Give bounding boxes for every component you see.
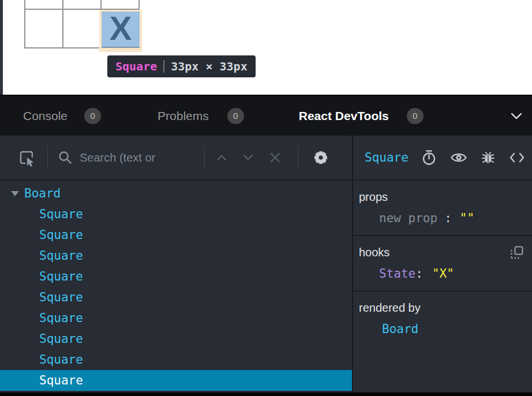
- tree-node-label: Square: [0, 228, 83, 242]
- tree-node-square[interactable]: Square: [0, 204, 352, 225]
- board-cell-highlighted[interactable]: X: [102, 12, 140, 48]
- tree-node-label: Square: [0, 373, 83, 387]
- previous-match-button[interactable]: [215, 154, 228, 162]
- stopwatch-icon: [421, 150, 437, 166]
- tab-problems-badge: 0: [227, 108, 244, 124]
- tree-node-label: Square: [0, 332, 83, 346]
- selected-component-name: Square: [365, 151, 409, 165]
- board-cell[interactable]: [63, 0, 101, 9]
- tree-node-square[interactable]: Square: [0, 225, 352, 245]
- tree-node-label: Square: [0, 353, 83, 367]
- rendered-by-title: rendered by: [359, 301, 421, 315]
- inspect-tooltip: Square 33px × 33px: [107, 55, 256, 77]
- tree-toolbar: [0, 136, 352, 181]
- suspense-toggle-button[interactable]: [421, 150, 437, 166]
- gear-icon: [312, 149, 329, 166]
- page-preview: X Square 33px × 33px: [0, 0, 532, 95]
- new-prop-input[interactable]: new prop: [379, 211, 437, 225]
- component-tree: Board Square Square Square Square Square…: [0, 181, 352, 393]
- window-bottom-edge: [0, 393, 532, 396]
- tree-node-square[interactable]: Square: [0, 370, 352, 391]
- react-devtools-panel: Board Square Square Square Square Square…: [0, 136, 532, 393]
- hook-value-input[interactable]: "X": [432, 267, 454, 281]
- rendered-by-section: rendered by Board: [353, 292, 532, 393]
- toolbar-divider: [204, 146, 205, 169]
- tab-console-badge: 0: [84, 108, 101, 124]
- eye-icon: [450, 151, 467, 164]
- tree-node-square[interactable]: Square: [0, 266, 352, 287]
- new-prop-row: new prop : "": [353, 210, 532, 227]
- tree-node-label: Board: [24, 186, 61, 200]
- search-input[interactable]: [80, 151, 204, 165]
- chevron-down-icon: [509, 111, 524, 121]
- rendered-by-owner-link[interactable]: Board: [353, 322, 418, 336]
- tooltip-dimensions: 33px × 33px: [171, 59, 247, 73]
- inspector-toolbar: Square: [353, 136, 532, 181]
- parse-hooks-icon: [509, 245, 524, 260]
- hook-name: State: [379, 267, 415, 281]
- prop-separator: :: [444, 211, 452, 225]
- tab-problems-label: Problems: [158, 109, 209, 123]
- chevron-up-icon: [215, 154, 228, 162]
- components-tree-panel: Board Square Square Square Square Square…: [0, 136, 353, 393]
- tree-node-board[interactable]: Board: [0, 183, 352, 204]
- toolbar-divider: [47, 146, 48, 169]
- hook-state-row: State : "X": [353, 265, 532, 282]
- tooltip-component-name: Square: [115, 59, 157, 73]
- hooks-section: hooks State : "X": [353, 236, 532, 292]
- tab-react-devtools-badge: 0: [407, 108, 424, 124]
- tooltip-divider: [163, 60, 164, 73]
- bug-icon: [481, 150, 496, 166]
- props-section: props new prop : "": [353, 181, 532, 236]
- collapse-panel-button[interactable]: [509, 111, 524, 121]
- tree-node-label: Square: [0, 270, 83, 283]
- props-title: props: [359, 190, 388, 204]
- next-match-button[interactable]: [242, 154, 254, 162]
- tree-children: Square Square Square Square Square Squar…: [0, 204, 352, 391]
- board-cell[interactable]: [63, 9, 101, 48]
- board-cell[interactable]: [101, 0, 139, 9]
- tree-node-square[interactable]: Square: [0, 308, 352, 328]
- inspect-dom-button[interactable]: [450, 151, 467, 164]
- hook-separator: :: [415, 267, 423, 281]
- inspect-icon: [17, 148, 36, 167]
- tree-node-label: Square: [0, 311, 83, 325]
- close-icon: [269, 151, 282, 164]
- chevron-down-icon: [242, 154, 254, 162]
- search-icon: [58, 150, 73, 165]
- tree-node-label: Square: [0, 290, 83, 304]
- tab-react-devtools-label: React DevTools: [299, 109, 389, 123]
- settings-button[interactable]: [312, 149, 329, 166]
- tree-node-square[interactable]: Square: [0, 287, 352, 308]
- board-cell[interactable]: [25, 9, 63, 48]
- devtools-tabbar: Console 0 Problems 0 React DevTools 0: [0, 95, 532, 136]
- toolbar-divider: [298, 146, 298, 169]
- tab-console[interactable]: Console 0: [23, 108, 101, 124]
- x-mark: X: [110, 12, 132, 47]
- inspected-element-panel: Square: [353, 136, 532, 393]
- hooks-title: hooks: [359, 246, 389, 259]
- expand-arrow-icon[interactable]: [11, 191, 19, 196]
- inspect-element-button[interactable]: [17, 148, 36, 167]
- tab-react-devtools[interactable]: React DevTools 0: [299, 108, 424, 124]
- window-left-edge: [0, 0, 3, 95]
- tab-problems[interactable]: Problems 0: [158, 108, 244, 124]
- code-icon: [509, 152, 525, 163]
- view-source-button[interactable]: [509, 152, 525, 163]
- tree-node-label: Square: [0, 249, 83, 263]
- clear-search-button[interactable]: [269, 151, 282, 164]
- tree-node-square[interactable]: Square: [0, 349, 352, 370]
- tree-node-square[interactable]: Square: [0, 328, 352, 349]
- tree-node-label: Square: [0, 207, 83, 221]
- tree-node-square[interactable]: Square: [0, 245, 352, 266]
- new-prop-value-input[interactable]: "": [460, 211, 474, 225]
- tab-console-label: Console: [23, 109, 68, 123]
- log-component-button[interactable]: [481, 150, 496, 166]
- parse-hook-names-button[interactable]: [509, 245, 524, 260]
- board-cell[interactable]: [25, 0, 63, 9]
